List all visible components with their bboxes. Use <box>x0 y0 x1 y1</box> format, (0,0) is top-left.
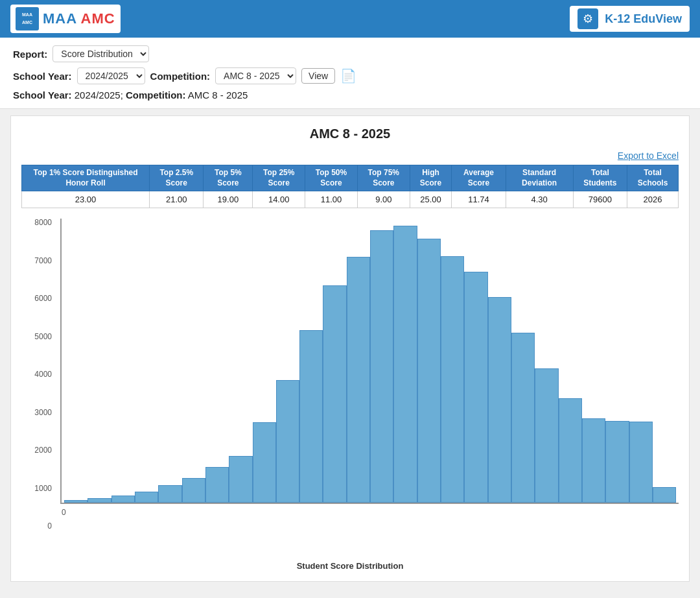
table-data-cell: 9.00 <box>357 191 410 208</box>
y-axis-label: 4000 <box>34 370 52 378</box>
report-area: AMC 8 - 2025 Export to Excel Top 1% Scor… <box>10 115 690 582</box>
bar <box>441 256 464 503</box>
bar <box>393 226 417 503</box>
y-axis-label: 1000 <box>34 484 52 492</box>
info-school-year-value: 2024/2025 <box>75 90 121 101</box>
bar <box>111 496 135 503</box>
report-selector[interactable]: Score Distribution <box>52 45 149 62</box>
eduview-header: ⚙ K-12 EduView <box>570 6 690 32</box>
table-data-cell: 2026 <box>627 191 679 208</box>
report-label: Report: <box>13 49 47 60</box>
logo-container: MAA AMC MAA AMC <box>10 5 121 33</box>
table-data-cell: 79600 <box>573 191 627 208</box>
bar <box>323 285 346 503</box>
bar <box>488 297 511 503</box>
y-axis: 800070006000500040003000200010000 <box>21 219 57 530</box>
y-axis-label: 0 <box>47 522 52 530</box>
table-header-cell: Top 5% Score <box>204 165 253 191</box>
svg-text:AMC: AMC <box>22 20 32 25</box>
bar <box>464 272 487 503</box>
info-competition-label: Competition: <box>126 90 185 101</box>
bar <box>559 398 582 503</box>
stats-table: Top 1% Score Distinguished Honor RollTop… <box>21 165 679 208</box>
chart-inner: 0 <box>60 219 679 504</box>
table-data-cell: 25.00 <box>410 191 452 208</box>
y-axis-label: 7000 <box>34 257 52 265</box>
bar <box>347 257 370 503</box>
bar <box>582 418 605 503</box>
svg-text:MAA: MAA <box>22 12 32 17</box>
table-data-cell: 4.30 <box>506 191 573 208</box>
table-header-cell: Total Schools <box>627 165 679 191</box>
table-header-cell: Total Students <box>573 165 627 191</box>
competition-selector[interactable]: AMC 8 - 2025 <box>215 67 296 84</box>
svg-rect-0 <box>16 7 39 30</box>
bar <box>229 456 252 503</box>
school-year-selector[interactable]: 2024/2025 <box>77 67 145 84</box>
chart-container: 800070006000500040003000200010000 0 <box>21 219 679 556</box>
eduview-icon: ⚙ <box>578 8 598 29</box>
bar <box>158 485 181 503</box>
y-axis-label: 8000 <box>34 219 52 226</box>
y-axis-label: 3000 <box>34 409 52 416</box>
bar <box>417 239 441 503</box>
x-zero-label: 0 <box>62 508 66 517</box>
bar <box>135 492 158 503</box>
bar <box>535 368 558 503</box>
pdf-icon[interactable]: 📄 <box>340 68 356 84</box>
table-header-cell: Standard Deviation <box>506 165 573 191</box>
bar <box>88 498 111 503</box>
logo-text: MAA AMC <box>43 10 115 27</box>
bar <box>370 230 393 503</box>
table-header-row: Top 1% Score Distinguished Honor RollTop… <box>22 165 679 191</box>
bar <box>205 467 229 503</box>
table-data-cell: 11.00 <box>305 191 358 208</box>
report-chart-title: AMC 8 - 2025 <box>21 126 679 141</box>
bar <box>182 478 205 503</box>
table-data-cell: 11.74 <box>452 191 506 208</box>
maa-logo-icon: MAA AMC <box>16 7 39 30</box>
school-year-label: School Year: <box>13 71 72 82</box>
controls-panel: Report: Score Distribution School Year: … <box>0 38 700 109</box>
table-header-cell: Top 50% Score <box>305 165 358 191</box>
report-row: Report: Score Distribution <box>13 45 687 62</box>
table-data-cell: 21.00 <box>150 191 204 208</box>
bar-chart <box>62 219 679 503</box>
bar <box>511 333 535 503</box>
app-header: MAA AMC MAA AMC ⚙ K-12 EduView <box>0 0 700 38</box>
table-header-cell: Top 75% Score <box>357 165 410 191</box>
info-competition-value: AMC 8 - 2025 <box>188 90 248 101</box>
y-axis-label: 5000 <box>34 333 52 341</box>
table-header-cell: High Score <box>410 165 452 191</box>
table-data-cell: 23.00 <box>22 191 150 208</box>
table-header-cell: Average Score <box>452 165 506 191</box>
app-title: K-12 EduView <box>605 12 682 26</box>
info-row: School Year: 2024/2025; Competition: AMC… <box>13 90 687 101</box>
svg-text:⚙: ⚙ <box>583 12 593 25</box>
bar <box>253 422 276 503</box>
table-header-cell: Top 2.5% Score <box>150 165 204 191</box>
competition-label: Competition: <box>150 71 210 82</box>
school-competition-row: School Year: 2024/2025 Competition: AMC … <box>13 67 687 84</box>
view-button[interactable]: View <box>301 68 335 84</box>
bar <box>64 500 88 503</box>
y-axis-label: 2000 <box>34 446 52 454</box>
table-header-cell: Top 25% Score <box>253 165 305 191</box>
y-axis-label: 6000 <box>34 294 52 302</box>
x-axis-label: Student Score Distribution <box>21 561 679 571</box>
bar <box>629 422 653 503</box>
bar <box>605 421 629 503</box>
bar <box>299 330 323 503</box>
table-header-cell: Top 1% Score Distinguished Honor Roll <box>22 165 150 191</box>
table-data-cell: 19.00 <box>204 191 253 208</box>
info-school-year-label: School Year: <box>13 90 72 101</box>
table-data-cell: 14.00 <box>253 191 305 208</box>
bar <box>653 487 676 503</box>
export-to-excel-link[interactable]: Export to Excel <box>21 150 679 161</box>
table-data-row: 23.0021.0019.0014.0011.009.0025.0011.744… <box>22 191 679 208</box>
bar <box>276 380 299 503</box>
